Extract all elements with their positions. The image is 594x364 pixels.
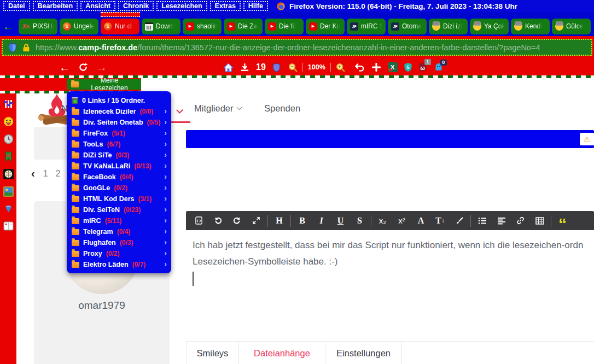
menubar-item[interactable]: Hilfe	[243, 1, 268, 11]
nav-item-mitglieder[interactable]: Mitglieder	[194, 103, 241, 114]
bookmark-button[interactable]: Dizi izl	[429, 19, 468, 34]
menubar-item[interactable]: Ansicht	[80, 1, 115, 11]
bookmark-button[interactable]: Die Zw	[224, 19, 263, 34]
bookmark-button[interactable]: Gülce	[552, 19, 591, 34]
bookmark-folder-item[interactable]: GooGLe (0/2)	[67, 183, 171, 193]
tracking-shield-icon[interactable]	[8, 43, 17, 52]
warning-box[interactable]: ⚠	[580, 133, 594, 145]
bookmark-button[interactable]: Der Ku	[306, 19, 345, 34]
sidebar-toggle-arrow-icon[interactable]	[0, 20, 16, 33]
zoom-out-icon[interactable]	[288, 63, 298, 72]
bookmark-folder-item[interactable]: Telegram (0/4)	[67, 226, 171, 237]
font-size-button[interactable]: T	[430, 211, 450, 230]
fullscreen-icon[interactable]	[247, 211, 266, 230]
gem-icon[interactable]	[3, 204, 14, 214]
pagination-page[interactable]: 2	[56, 169, 61, 179]
table-icon[interactable]	[530, 211, 549, 230]
protection-shield-icon[interactable]	[272, 63, 281, 72]
new-tab-plus-icon[interactable]	[372, 63, 381, 72]
bookmark-folder-item[interactable]: mIRC (5/11)	[67, 215, 171, 226]
source-code-icon[interactable]	[189, 211, 208, 230]
bookmark-button[interactable]: Otoma	[388, 19, 427, 34]
editor-footer-tab[interactable]: Smileys	[186, 342, 239, 364]
editor-textarea[interactable]: Ich hab jetzt festgestellt, dass bei mir…	[186, 230, 594, 286]
bookmark-star-icon[interactable]	[3, 151, 14, 162]
url-text[interactable]: https://www.camp-firefox.de/forum/thema/…	[36, 43, 540, 52]
brush-icon[interactable]	[450, 211, 469, 230]
url-bar[interactable]: https://www.camp-firefox.de/forum/thema/…	[2, 39, 592, 56]
superscript-button[interactable]: x²	[392, 211, 411, 230]
home-icon[interactable]	[223, 63, 234, 72]
submenu-chevron-icon	[164, 161, 167, 170]
bookmark-folder-item[interactable]: DiZi SiTe (0/3)	[67, 150, 171, 161]
bookmark-folder-item[interactable]: Elektro Läden (0/7)	[67, 259, 171, 270]
bold-button[interactable]: B	[293, 211, 312, 230]
omega-extension-icon[interactable]: ω 1	[418, 62, 427, 72]
bookmark-folder-item[interactable]: FaceBook (0/4)	[67, 172, 171, 183]
username[interactable]: omar1979	[34, 300, 170, 312]
mask-icon[interactable]	[3, 169, 14, 179]
bookmark-button[interactable]: Kendi	[511, 19, 550, 34]
adblock-shield-icon[interactable]: 5	[404, 62, 412, 72]
menubar-item[interactable]: Bearbeiten	[33, 1, 78, 11]
list-icon[interactable]	[473, 211, 492, 230]
equalizer-icon[interactable]	[3, 99, 14, 109]
clock-icon[interactable]	[3, 134, 14, 144]
download-icon[interactable]	[240, 63, 249, 72]
zoom-level[interactable]: 100%	[308, 63, 325, 71]
back-icon[interactable]	[59, 61, 71, 74]
bookmark-button[interactable]: mIRC S	[347, 19, 386, 34]
bookmark-button[interactable]: Die fü	[265, 19, 304, 34]
menubar-item[interactable]: Datei	[3, 1, 30, 11]
quote-button[interactable]: “	[553, 211, 572, 230]
bookmark-folder-item[interactable]: Izlenecek Diziler (0/0)	[67, 106, 171, 117]
subscript-button[interactable]: x₂	[373, 211, 392, 230]
excel-extension-icon[interactable]: X	[388, 62, 398, 72]
bookmark-button[interactable]: shaolin	[183, 19, 222, 34]
reload-icon[interactable]	[78, 62, 88, 72]
zoom-in-icon[interactable]	[336, 63, 345, 72]
notebook-icon[interactable]	[3, 221, 14, 232]
editor-footer-tab[interactable]: Dateianhänge	[239, 342, 325, 364]
meine-lesezeichen-button[interactable]: Meine Lesezeichen	[67, 79, 141, 90]
menu-bar: DateiBearbeitenAnsichtChronikLesezeichen…	[3, 1, 268, 11]
picture-icon[interactable]	[3, 186, 14, 197]
menubar-item[interactable]: Chronik	[118, 1, 154, 11]
menubar-item[interactable]: Lesezeichen	[156, 1, 207, 11]
bookmark-folder-item[interactable]: Div. Seiten Onetab (0/5)	[67, 117, 171, 128]
forward-icon[interactable]	[96, 61, 107, 74]
bookmark-button[interactable]: PIXSHA	[19, 19, 57, 34]
lock-icon[interactable]	[22, 43, 30, 52]
bookmark-button[interactable]: Ya Çok	[470, 19, 509, 34]
pagination-page[interactable]: 1	[43, 169, 48, 179]
bookmark-button[interactable]: Ungele	[60, 19, 98, 34]
bookmark-folder-item[interactable]: Proxy (0/2)	[67, 248, 171, 259]
undo-icon[interactable]	[354, 63, 365, 72]
editor-footer-tab[interactable]: Einstellungen	[325, 342, 402, 364]
font-color-button[interactable]: A	[411, 211, 430, 230]
pagination-prev[interactable]: ‹	[31, 167, 35, 180]
italic-button[interactable]: I	[312, 211, 331, 230]
align-icon[interactable]	[492, 211, 511, 230]
folder-icon	[72, 229, 79, 235]
bookmark-folder-item[interactable]: FireFox (5/1)	[67, 128, 171, 139]
menubar-item[interactable]: Extras	[210, 1, 241, 11]
bookmark-folder-item[interactable]: HTML Kod Ders (3/1)	[67, 193, 171, 204]
redo-icon[interactable]	[228, 211, 247, 230]
tab-counter[interactable]: 19	[256, 62, 266, 72]
heading-button[interactable]: H	[270, 211, 289, 230]
bookmark-button[interactable]: Downl	[142, 19, 180, 34]
link-icon[interactable]	[511, 211, 530, 230]
bookmark-folder-item[interactable]: Div. SeiTeN (0/23)	[67, 204, 171, 215]
bookmark-button[interactable]: Nur di	[101, 19, 139, 34]
undo-icon[interactable]	[208, 211, 228, 230]
ghostery-icon[interactable]: 0	[434, 63, 443, 72]
bookmark-favicon	[473, 22, 481, 31]
underline-button[interactable]: U	[331, 211, 350, 230]
bookmark-folder-item[interactable]: Flughafen (0/3)	[67, 237, 171, 248]
nav-item-spenden[interactable]: Spenden	[264, 103, 300, 114]
bookmark-folder-item[interactable]: TooLs (6/7)	[67, 139, 171, 150]
smiley-tongue-icon[interactable]	[3, 116, 14, 127]
bookmark-folder-item[interactable]: TV KaNaLLaRi (0/13)	[67, 161, 171, 172]
strikethrough-button[interactable]: S	[350, 211, 369, 230]
